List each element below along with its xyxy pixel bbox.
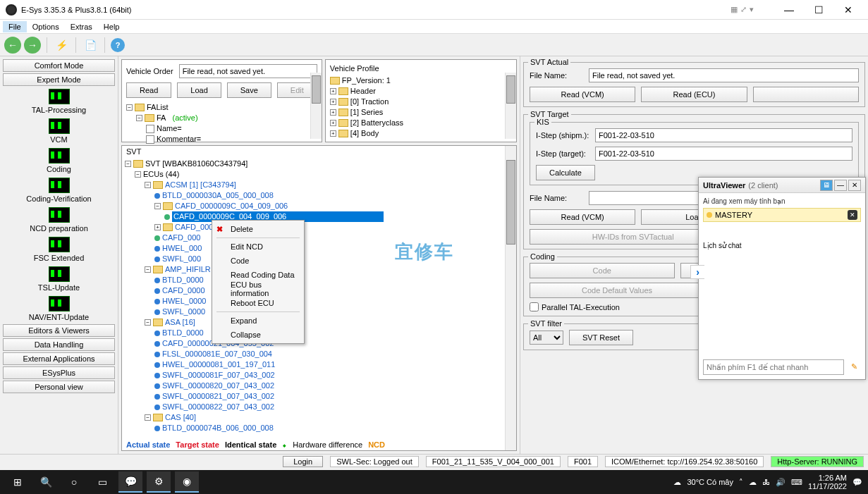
- taskbar-app-3[interactable]: ◉: [175, 471, 199, 493]
- svt-node[interactable]: BTLD_0000: [125, 328, 503, 338]
- menu-help[interactable]: Help: [98, 21, 126, 32]
- editors-viewers-button[interactable]: Editors & Viewers: [3, 324, 115, 337]
- svt-node[interactable]: SWFL_0000: [125, 307, 503, 317]
- uv-collapse-arrow[interactable]: ›: [690, 265, 704, 279]
- taskbar-app-1[interactable]: 💬: [118, 471, 142, 493]
- vehicle-order-field[interactable]: [179, 64, 317, 78]
- close-button[interactable]: ✕: [834, 1, 862, 18]
- volume-icon[interactable]: 🔊: [776, 478, 786, 487]
- connect-icon[interactable]: ⚡: [53, 37, 70, 54]
- svt-node[interactable]: −CAFD_0000009C_004_009_006: [125, 201, 503, 211]
- svt-ecus[interactable]: −ECUs (44): [125, 169, 503, 180]
- parallel-tal-checkbox[interactable]: [530, 302, 539, 311]
- vp-item[interactable]: +Header: [330, 86, 512, 97]
- sidebar-nav-ent-update[interactable]: NAV/ENT-Update: [3, 295, 115, 323]
- svt-amp[interactable]: −AMP_HIFILR [3: [125, 264, 503, 275]
- svt-node[interactable]: SWFL_00000820_007_043_002: [125, 381, 503, 391]
- back-button[interactable]: ←: [4, 37, 21, 54]
- tree-kommentar[interactable]: Kommentar=: [126, 134, 317, 144]
- tree-fa[interactable]: −FA (active): [126, 113, 317, 123]
- help-icon[interactable]: ?: [111, 38, 125, 52]
- language-icon[interactable]: ⌨: [791, 478, 802, 487]
- svt-node[interactable]: SWFL_0000081F_007_043_002: [125, 370, 503, 381]
- uv-minimize-button[interactable]: —: [834, 180, 847, 191]
- svt-node-selected[interactable]: CAFD_0000009C_004_009_006: [125, 211, 503, 222]
- vo-save-button[interactable]: Save: [227, 82, 271, 98]
- tree-name[interactable]: Name=: [126, 123, 317, 134]
- vo-scrollbar[interactable]: [310, 73, 322, 139]
- read-ecu-button[interactable]: Read (ECU): [641, 87, 747, 102]
- svt-node[interactable]: SWFL_00000822_007_043_002: [125, 402, 503, 412]
- read-vcm-button[interactable]: Read (VCM): [530, 87, 635, 102]
- tray-chevron-icon[interactable]: ˄: [739, 478, 743, 487]
- vp-scrollbar[interactable]: [505, 73, 516, 139]
- ctx-code[interactable]: Code: [214, 254, 302, 268]
- read-hidden-button[interactable]: [753, 87, 859, 102]
- weather-icon[interactable]: ☁: [673, 478, 681, 487]
- vp-item[interactable]: +[2] Batteryclass: [330, 118, 512, 128]
- svt-cas[interactable]: −CAS [40]: [125, 412, 503, 423]
- tree-falist[interactable]: −FAList: [126, 102, 317, 113]
- svt-acsm[interactable]: −ACSM [1] [C343794]: [125, 180, 503, 190]
- svt-scrollbar[interactable]: [505, 146, 516, 450]
- istep-target-field[interactable]: [595, 147, 852, 161]
- svt-node[interactable]: HWEL_00000081_001_197_011: [125, 359, 503, 370]
- notifications-icon[interactable]: 💬: [852, 478, 862, 487]
- svt-node[interactable]: BTLD_0000: [125, 275, 503, 285]
- vp-item[interactable]: +[1] Series: [330, 107, 512, 118]
- maximize-button[interactable]: ☐: [805, 1, 833, 18]
- cortana-icon[interactable]: ○: [62, 471, 86, 493]
- sidebar-fsc-extended[interactable]: FSC Extended: [3, 235, 115, 264]
- svt-node[interactable]: CAFD_000: [125, 233, 503, 243]
- sidebar-coding[interactable]: Coding: [3, 147, 115, 175]
- calculate-button[interactable]: Calculate: [536, 165, 595, 180]
- sidebar-tsl-update[interactable]: TSL-Update: [3, 265, 115, 293]
- uv-chat-input[interactable]: [703, 359, 844, 375]
- svt-node[interactable]: +CAFD_000: [125, 222, 503, 233]
- svt-reset-button[interactable]: SVT Reset: [569, 330, 633, 345]
- forward-button[interactable]: →: [24, 37, 41, 54]
- expand-icon[interactable]: ⤢: [740, 5, 747, 14]
- svt-node[interactable]: BTLD_0000030A_005_000_008: [125, 190, 503, 201]
- ctx-read-coding[interactable]: Read Coding Data: [214, 268, 302, 282]
- svt-asa[interactable]: −ASA [16]: [125, 317, 503, 328]
- grid-icon[interactable]: ▦: [731, 5, 738, 14]
- svt-node[interactable]: CAFD_00000021_004_055_002: [125, 338, 503, 349]
- menu-file[interactable]: File: [3, 21, 27, 32]
- uv-send-icon[interactable]: ✎: [847, 359, 861, 373]
- svt-node[interactable]: SWFL_000: [125, 254, 503, 264]
- sidebar-ncd-preparation[interactable]: NCD preparation: [3, 206, 115, 234]
- clock[interactable]: 1:26 AM 11/17/2022: [808, 474, 847, 490]
- ctx-reboot[interactable]: Reboot ECU: [214, 296, 302, 310]
- chevron-down-icon[interactable]: ▾: [750, 5, 754, 14]
- svt-node[interactable]: FLSL_0000081E_007_030_004: [125, 349, 503, 359]
- svt-node[interactable]: HWEL_000: [125, 243, 503, 254]
- svt-node[interactable]: BTLD_0000074B_006_000_008: [125, 423, 503, 433]
- vp-item[interactable]: +[0] Traction: [330, 97, 512, 107]
- svt-node[interactable]: CAFD_0000: [125, 285, 503, 296]
- task-view-icon[interactable]: ▭: [90, 471, 114, 493]
- vo-read-button[interactable]: Read: [126, 82, 171, 98]
- ctx-ecu-bus[interactable]: ECU bus information: [214, 282, 302, 296]
- uv-close-button[interactable]: ✕: [848, 180, 861, 191]
- comfort-mode-button[interactable]: Comfort Mode: [3, 59, 115, 72]
- ctx-delete[interactable]: ✖Delete: [214, 222, 302, 236]
- svt-node[interactable]: SWFL_00000821_007_043_002: [125, 391, 503, 402]
- ctx-expand[interactable]: Expand: [214, 314, 302, 328]
- data-handling-button[interactable]: Data Handling: [3, 338, 115, 351]
- login-button[interactable]: Login: [283, 456, 323, 467]
- weather-text[interactable]: 30°C Có mây: [687, 478, 733, 486]
- onedrive-icon[interactable]: ☁: [749, 478, 757, 487]
- vo-load-button[interactable]: Load: [177, 82, 221, 98]
- menu-options[interactable]: Options: [27, 21, 65, 32]
- network-icon[interactable]: 🖧: [762, 478, 770, 486]
- sidebar-vcm[interactable]: VCM: [3, 117, 115, 145]
- svt-root[interactable]: −SVT [WBAKB81060C343794]: [125, 159, 503, 169]
- svt-filter-select[interactable]: All: [530, 331, 563, 345]
- uv-client-row[interactable]: MASTERY ✕: [703, 208, 861, 222]
- vp-item[interactable]: +[4] Body: [330, 128, 512, 139]
- external-apps-button[interactable]: External Applications: [3, 352, 115, 365]
- expert-mode-button[interactable]: Expert Mode: [3, 73, 115, 86]
- sidebar-coding-verification[interactable]: Coding-Verification: [3, 176, 115, 204]
- menu-extras[interactable]: Extras: [65, 21, 98, 32]
